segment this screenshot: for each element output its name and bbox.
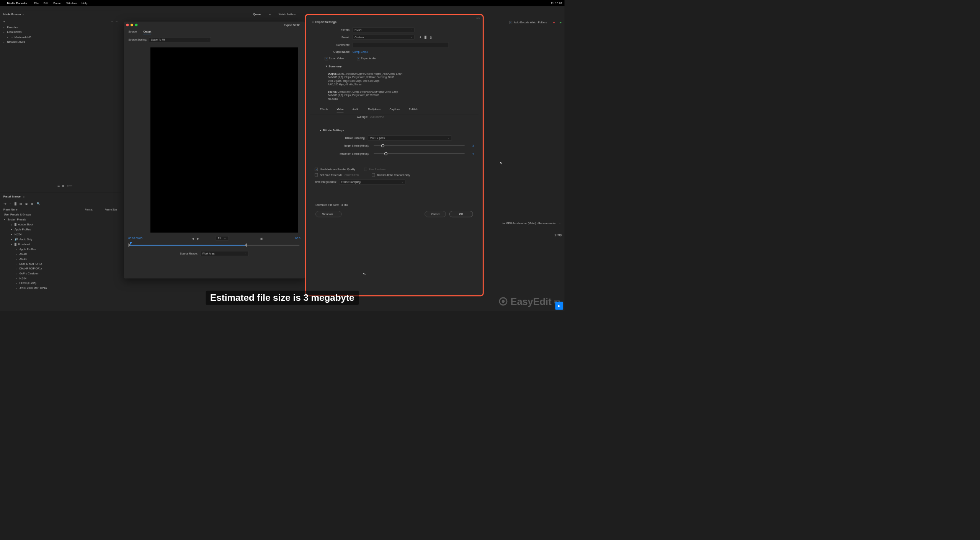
start-icon[interactable]: ▶ — [560, 21, 562, 24]
col-frame-size[interactable]: Frame Size — [105, 208, 117, 211]
new-folder-icon[interactable]: ▉ — [15, 202, 17, 206]
preset-browser-tab[interactable]: Preset Browser ≡ — [0, 193, 121, 200]
in-point-handle[interactable] — [128, 243, 131, 247]
aspect-icon[interactable]: ▣ — [260, 237, 263, 240]
app-name[interactable]: Media Encoder — [7, 2, 27, 5]
tab-video[interactable]: Video — [337, 108, 344, 113]
tab-effects[interactable]: Effects — [320, 108, 328, 113]
settings-icon[interactable]: ▦ — [31, 202, 34, 206]
max-bitrate-value[interactable]: 4 — [469, 152, 474, 155]
tab-audio[interactable]: Audio — [352, 108, 359, 113]
summary-header[interactable]: ▾ Summary — [306, 62, 483, 70]
preset-h264[interactable]: ▸H.264 — [0, 232, 121, 237]
tab-publish[interactable]: Publish — [409, 108, 418, 113]
export-audio-checkbox[interactable] — [357, 57, 360, 60]
out-point-handle[interactable] — [245, 243, 247, 247]
delete-preset-icon[interactable]: 🗑 — [430, 36, 432, 39]
local-drives-item[interactable]: ▾Local Drives — [2, 30, 119, 35]
preset-broadcast[interactable]: ▾▉Broadcast — [0, 242, 121, 247]
time-interp-dropdown[interactable]: Frame Sampling ⌄ — [339, 179, 405, 184]
preset-adobe-stock[interactable]: ▸▉Adobe Stock — [0, 222, 121, 227]
target-bitrate-value[interactable]: 3 — [469, 144, 474, 147]
metadata-button[interactable]: Metadata... — [315, 211, 341, 217]
add-preset-icon[interactable]: +▾ — [3, 202, 7, 206]
play-badge-icon[interactable]: ▶ — [555, 302, 563, 310]
source-tab[interactable]: Source — [128, 30, 137, 34]
bitrate-encoding-dropdown[interactable]: VBR, 2 pass ⌄ — [368, 135, 452, 140]
auto-encode-checkbox[interactable] — [509, 21, 512, 24]
export-settings-header[interactable]: ▾ Export Settings — [306, 18, 483, 26]
bitrate-settings-header[interactable]: ▾ Bitrate Settings — [306, 127, 483, 134]
queue-tab[interactable]: Queue — [253, 13, 261, 16]
playhead-icon[interactable] — [130, 242, 132, 245]
max-render-quality-checkbox[interactable] — [315, 168, 318, 171]
comments-input[interactable] — [353, 42, 449, 48]
tab-captions[interactable]: Captions — [390, 108, 400, 113]
output-tab[interactable]: Output — [143, 30, 151, 34]
step-back-icon[interactable]: ◀ — [192, 237, 194, 240]
max-bitrate-slider[interactable] — [374, 152, 464, 156]
tab-multiplexer[interactable]: Multiplexer — [368, 108, 381, 113]
menu-preset[interactable]: Preset — [53, 2, 62, 5]
macintosh-hd-item[interactable]: ▸▭Macintosh HD — [2, 34, 119, 39]
preset-apple-prores[interactable]: ▸Apple ProRes — [0, 227, 121, 232]
set-start-timecode-checkbox[interactable] — [315, 173, 318, 176]
output-name-link[interactable]: Comp 1.mp4 — [353, 50, 368, 53]
panel-menu-icon[interactable]: ≡ — [269, 13, 271, 16]
export-video-checkbox[interactable] — [325, 57, 328, 60]
panel-menu-icon[interactable]: ≡ — [23, 13, 24, 16]
view-list-icon[interactable]: ☰ — [57, 184, 60, 188]
save-preset-icon[interactable]: ⬇ — [419, 36, 421, 39]
edit-preset-icon[interactable]: ▤ — [20, 202, 22, 206]
favorites-item[interactable]: ▾Favorites — [2, 25, 119, 30]
menu-edit[interactable]: Edit — [44, 2, 49, 5]
preset-h264-bc[interactable]: ▸H.264 — [0, 276, 121, 281]
col-preset-name[interactable]: Preset Name — [3, 208, 85, 211]
step-forward-icon[interactable]: ▶ — [197, 237, 199, 240]
preset-dnxhd[interactable]: ▸DNxHD MXF OP1a — [0, 261, 121, 266]
menu-file[interactable]: File — [34, 2, 39, 5]
window-close-icon[interactable] — [126, 24, 129, 26]
media-browser-tab[interactable]: Media Browser ≡ — [0, 11, 121, 18]
search-icon[interactable]: 🔍 — [37, 202, 40, 206]
timeline-track[interactable] — [128, 243, 300, 248]
import-preset-icon[interactable]: ▉ — [425, 36, 426, 39]
nav-forward-icon[interactable]: → — [115, 20, 118, 23]
source-range-dropdown[interactable]: Work Area ⌄ — [200, 251, 249, 256]
network-drives-item[interactable]: ▾Network Drives — [2, 40, 119, 45]
delete-preset-icon[interactable]: − — [10, 202, 11, 206]
menu-help[interactable]: Help — [82, 2, 87, 5]
stop-icon[interactable]: ■ — [553, 21, 555, 24]
preset-dropdown[interactable]: Custom ⌄ — [353, 35, 414, 40]
preset-gopro[interactable]: ▸GoPro Cineform — [0, 271, 121, 276]
view-thumb-icon[interactable]: ▦ — [62, 184, 65, 188]
import-preset-icon[interactable]: ▣ — [25, 202, 28, 206]
preset-as10[interactable]: ▸AS-10 — [0, 252, 121, 257]
preset-audio-only[interactable]: ▸🔊Audio Only — [0, 237, 121, 242]
filter-icon[interactable]: ▾ — [3, 20, 5, 23]
watch-folders-tab[interactable]: Watch Folders — [279, 13, 296, 16]
user-presets-group[interactable]: User Presets & Groups — [0, 212, 121, 217]
menu-window[interactable]: Window — [67, 2, 77, 5]
preset-hevc[interactable]: ▸HEVC (H.265) — [0, 281, 121, 286]
nav-back-icon[interactable]: ← — [111, 20, 114, 23]
col-format[interactable]: Format — [85, 208, 105, 211]
timecode-start[interactable]: 00:00:00:00 — [128, 237, 142, 240]
format-dropdown[interactable]: H.264 ⌄ — [353, 27, 414, 32]
fit-dropdown[interactable]: Fit ⌄ — [216, 236, 229, 241]
zoom-slider-icon[interactable]: ○━━ — [67, 184, 72, 188]
ok-button[interactable]: OK — [449, 211, 473, 217]
render-alpha-checkbox[interactable] — [372, 173, 375, 176]
cancel-button[interactable]: Cancel — [425, 211, 446, 217]
panel-menu-icon[interactable]: ≡ — [23, 195, 24, 198]
source-scaling-dropdown[interactable]: Scale To Fit ⌄ — [149, 37, 211, 42]
preset-apple-prores-2[interactable]: ▸Apple ProRes — [0, 247, 121, 252]
system-presets-group[interactable]: ▾System Presets — [0, 217, 121, 222]
window-zoom-icon[interactable] — [135, 24, 138, 26]
preset-as11[interactable]: ▸AS-11 — [0, 256, 121, 261]
chevron-down-icon[interactable]: ⌄ — [559, 222, 561, 225]
target-bitrate-slider[interactable] — [374, 144, 464, 148]
preset-jpeg2000[interactable]: ▸JPEG 2000 MXF OP1a — [0, 285, 121, 290]
preset-dnxhr[interactable]: ▸DNxHR MXF OP1a — [0, 266, 121, 271]
window-minimize-icon[interactable] — [131, 24, 133, 26]
